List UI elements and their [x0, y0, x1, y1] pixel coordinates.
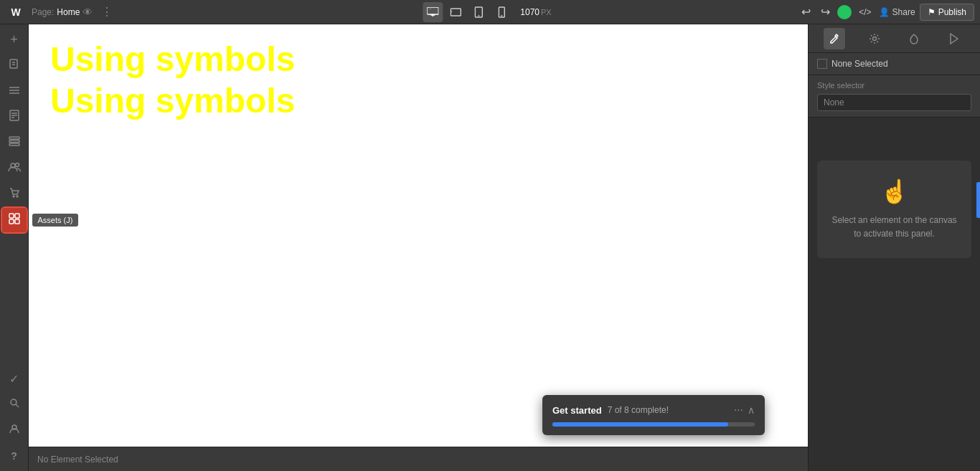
share-label: Share: [892, 7, 915, 17]
topbar: W Page: Home 👁 ⋮ 1070 PX ↩ ↪ </> 👤 Share: [0, 0, 980, 24]
svg-rect-4: [451, 9, 461, 16]
share-button[interactable]: 👤 Share: [879, 7, 915, 17]
canvas[interactable]: Using symbols Using symbols: [29, 24, 808, 447]
undo-button[interactable]: ↩: [798, 2, 814, 22]
tablet-landscape-button[interactable]: [446, 2, 466, 22]
desktop-view-button[interactable]: [423, 2, 443, 22]
canvas-area[interactable]: Using symbols Using symbols Get started …: [29, 24, 808, 471]
pages-icon: [9, 58, 20, 72]
status-bar: No Element Selected: [29, 447, 808, 471]
search-icon: [9, 398, 19, 411]
get-started-title: Get started: [552, 405, 602, 416]
cursor-icon: ☝: [829, 178, 960, 205]
panel-tab-style[interactable]: [824, 28, 845, 49]
redo-button[interactable]: ↪: [818, 2, 833, 22]
sidebar-item-add[interactable]: +: [2, 27, 27, 52]
none-selected-row: None Selected: [809, 53, 980, 75]
help-icon: ?: [11, 450, 17, 462]
svg-marker-35: [951, 34, 958, 44]
panel-blue-indicator: [976, 182, 980, 218]
page-name[interactable]: Home: [57, 7, 80, 17]
add-icon: +: [10, 32, 18, 47]
size-unit: PX: [541, 8, 552, 16]
tablet-portrait-button[interactable]: [468, 2, 489, 22]
eye-icon[interactable]: 👁: [83, 6, 93, 18]
svg-rect-1: [430, 9, 430, 9]
size-value: 1070: [520, 7, 540, 17]
get-started-progress-bar-fill: [552, 422, 728, 427]
sidebar-item-members[interactable]: [2, 156, 27, 181]
get-started-actions: ··· ∧: [734, 404, 755, 417]
tasks-icon: ✓: [9, 372, 19, 386]
get-started-collapse-icon[interactable]: ∧: [748, 404, 755, 416]
share-icon: 👤: [879, 7, 890, 17]
select-info-text: Select an element on the canvas to activ…: [829, 214, 960, 241]
canvas-heading-1[interactable]: Using symbols: [29, 24, 808, 80]
get-started-progress-bar-bg: [552, 422, 755, 427]
sidebar-item-help[interactable]: ?: [2, 444, 27, 468]
topbar-right: ↩ ↪ </> 👤 Share ⚑ Publish: [798, 2, 974, 22]
svg-rect-10: [10, 60, 17, 68]
svg-rect-22: [9, 143, 19, 146]
canvas-heading-2[interactable]: Using symbols: [29, 80, 808, 122]
sidebar: +: [0, 24, 29, 471]
sidebar-item-tasks[interactable]: ✓: [2, 366, 27, 391]
none-selected-label: None Selected: [831, 59, 888, 69]
page-info: Page: Home 👁: [32, 6, 93, 18]
flag-icon: ⚑: [928, 7, 936, 17]
layers-icon: [9, 136, 20, 149]
panel-tab-settings[interactable]: [864, 28, 885, 49]
sidebar-item-nav[interactable]: [2, 79, 27, 103]
logo[interactable]: W: [6, 2, 26, 22]
main-layout: +: [0, 24, 980, 471]
get-started-progress: 7 of 8 complete!: [608, 405, 669, 415]
svg-point-25: [13, 196, 14, 197]
style-selector-title: Style selector: [817, 81, 971, 90]
get-started-widget: Get started 7 of 8 complete! ··· ∧: [542, 395, 765, 435]
store-icon: [9, 187, 20, 201]
get-started-header: Get started 7 of 8 complete! ··· ∧: [552, 404, 755, 417]
svg-rect-29: [9, 219, 14, 224]
svg-point-31: [11, 399, 17, 405]
get-started-more-icon[interactable]: ···: [734, 404, 743, 417]
sidebar-item-pages[interactable]: [2, 53, 27, 77]
sidebar-item-search[interactable]: [2, 392, 27, 417]
svg-rect-30: [15, 219, 19, 224]
svg-rect-0: [427, 7, 438, 14]
cms-icon: [9, 110, 19, 124]
get-started-title-group: Get started 7 of 8 complete!: [552, 405, 669, 416]
svg-rect-20: [9, 137, 19, 139]
sidebar-item-cms[interactable]: [2, 105, 27, 129]
panel-tabs: [809, 24, 980, 53]
team-icon: [8, 424, 21, 437]
style-selector-section: Style selector None: [809, 75, 980, 118]
save-status-indicator: [837, 5, 852, 19]
members-icon: [8, 162, 21, 175]
panel-empty-area: ☝ Select an element on the canvas to act…: [809, 118, 980, 471]
panel-tab-interactions[interactable]: [943, 28, 965, 49]
more-options-icon[interactable]: ⋮: [101, 5, 113, 19]
select-element-info: ☝ Select an element on the canvas to act…: [817, 161, 971, 258]
sidebar-item-team[interactable]: [2, 418, 27, 442]
sidebar-item-layers[interactable]: [2, 130, 27, 155]
panel-tab-paint[interactable]: [903, 28, 925, 49]
svg-rect-28: [15, 214, 19, 218]
svg-point-34: [872, 37, 876, 40]
status-text: No Element Selected: [37, 455, 118, 465]
svg-point-24: [15, 163, 19, 167]
svg-rect-21: [9, 141, 19, 143]
publish-button[interactable]: ⚑ Publish: [920, 4, 974, 21]
page-label: Page:: [32, 7, 54, 17]
code-editor-button[interactable]: </>: [856, 4, 874, 20]
none-selected-checkbox[interactable]: [817, 59, 827, 69]
svg-rect-27: [9, 214, 14, 218]
canvas-size: 1070 PX: [514, 7, 557, 17]
sidebar-item-assets[interactable]: Assets (J): [2, 208, 27, 232]
right-panel: None Selected Style selector None ☝ Sele…: [808, 24, 980, 471]
assets-icon: [9, 213, 20, 227]
mobile-button[interactable]: [491, 2, 512, 22]
style-selector-value[interactable]: None: [817, 94, 971, 111]
sidebar-item-store[interactable]: [2, 182, 27, 206]
nav-icon: [9, 85, 20, 97]
publish-label: Publish: [938, 7, 966, 17]
